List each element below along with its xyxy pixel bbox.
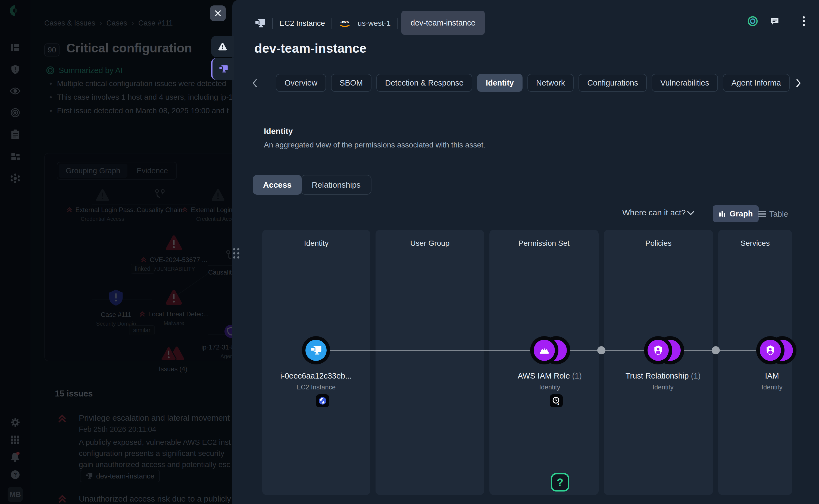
kebab-menu-icon[interactable] <box>802 16 805 27</box>
node-iam[interactable] <box>756 336 796 364</box>
monitor-icon <box>310 345 322 356</box>
identity-section-title: Identity <box>264 127 293 136</box>
svg-text:aws: aws <box>340 19 349 24</box>
tabs-scroll-right-icon[interactable] <box>795 78 801 88</box>
monitor-icon <box>218 65 228 73</box>
tab-sbom[interactable]: SBOM <box>331 74 371 92</box>
node-label-trust-relationship[interactable]: Trust Relationship (1) <box>626 371 701 380</box>
relationships-toggle[interactable]: Relationships <box>301 175 371 195</box>
tab-configurations[interactable]: Configurations <box>579 74 647 92</box>
node-sublabel-iam-role: Identity <box>539 383 560 391</box>
node-aws-iam-role[interactable] <box>530 336 570 364</box>
table-view-button[interactable]: Table <box>758 206 788 222</box>
app-root: ? MB Cases & Issues › Cases › Case #111 … <box>0 0 819 504</box>
node-sublabel-trust-relationship: Identity <box>652 383 673 391</box>
tab-network[interactable]: Network <box>528 74 574 92</box>
tab-vulnerabilities[interactable]: Vulnerabilities <box>652 74 718 92</box>
table-list-icon <box>758 211 766 217</box>
graph-connector-dot <box>712 346 720 354</box>
divider <box>244 108 808 108</box>
internet-facing-badge[interactable] <box>316 394 329 407</box>
tab-agent-information[interactable]: Agent Informa <box>723 74 790 92</box>
identity-section-description: An aggregated view of the permissions as… <box>264 141 486 149</box>
graph-view-button[interactable]: Graph <box>713 205 759 222</box>
node-label-iam-role[interactable]: AWS IAM Role (1) <box>518 371 582 380</box>
asset-edge-tab-active[interactable] <box>211 58 234 80</box>
shield-person-icon <box>765 345 776 356</box>
asset-type-label: EC2 Instance <box>279 19 325 28</box>
where-can-it-act-dropdown[interactable]: Where can it act? <box>622 208 686 217</box>
region-label: us-west-1 <box>357 19 390 28</box>
divider <box>397 18 397 29</box>
ai-rings-icon[interactable] <box>747 15 759 27</box>
shield-person-icon <box>653 345 663 356</box>
tabs-scroll-left-icon[interactable] <box>252 78 258 88</box>
aws-logo: aws <box>338 19 351 28</box>
monitor-icon <box>254 18 266 29</box>
node-ec2-instance[interactable] <box>302 336 330 364</box>
close-drawer-button[interactable] <box>210 5 226 21</box>
node-trust-relationship[interactable] <box>644 336 684 364</box>
bar-chart-icon <box>719 210 726 217</box>
clock-snooze-icon: z <box>552 396 561 405</box>
node-sublabel-iam: Identity <box>761 383 782 391</box>
column-user-group: User Group <box>375 230 484 495</box>
chevron-down-icon[interactable] <box>687 210 695 215</box>
node-label-iam[interactable]: IAM <box>765 371 779 380</box>
close-icon <box>214 10 221 17</box>
asset-drawer: EC2 Instance aws us-west-1 343059098 dev… <box>232 0 819 504</box>
temporary-credentials-badge[interactable]: z <box>550 394 563 407</box>
hard-hat-icon <box>539 346 550 355</box>
chat-icon[interactable] <box>770 16 780 26</box>
asset-title: dev-team-instance <box>254 41 366 56</box>
globe-icon <box>318 396 327 405</box>
tab-detection-response[interactable]: Detection & Response <box>376 74 472 92</box>
drawer-header-actions <box>747 15 805 27</box>
asset-name-tooltip: dev-team-instance <box>401 11 485 35</box>
svg-text:z: z <box>557 401 559 405</box>
access-toggle[interactable]: Access <box>253 175 302 195</box>
help-button[interactable]: ? <box>551 473 569 492</box>
graph-connector-dot <box>597 346 606 354</box>
divider <box>791 15 791 27</box>
warning-triangle-icon <box>218 42 227 51</box>
node-sublabel-ec2: EC2 Instance <box>296 383 335 391</box>
drawer-resize-handle[interactable] <box>233 248 239 259</box>
alerts-edge-tab[interactable] <box>211 36 234 57</box>
tab-identity[interactable]: Identity <box>477 74 523 92</box>
divider <box>272 18 273 29</box>
drawer-tabs: Overview SBOM Detection & Response Ident… <box>276 74 792 93</box>
divider <box>331 18 332 29</box>
tab-overview[interactable]: Overview <box>276 74 326 92</box>
node-label-ec2[interactable]: i-0eec6aa12c33eb... <box>280 371 352 380</box>
